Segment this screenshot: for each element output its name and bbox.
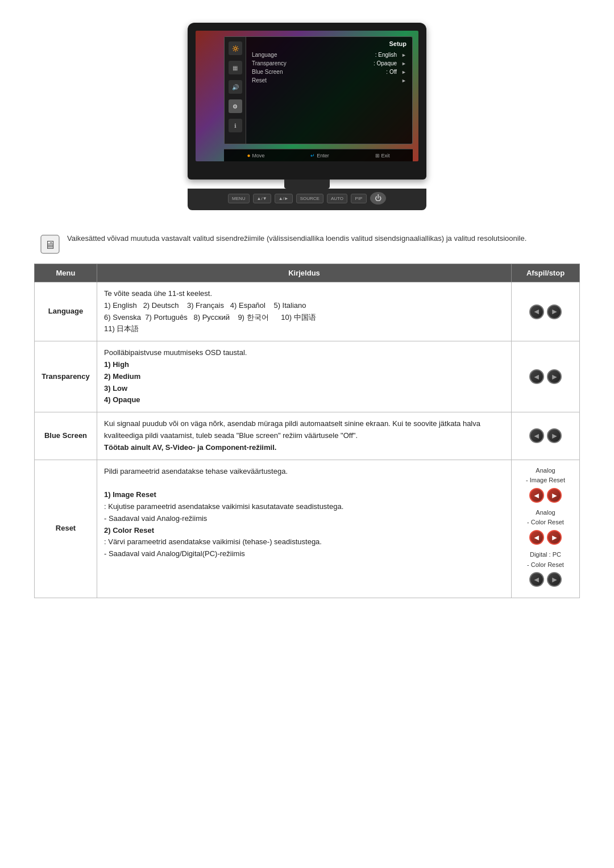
- desc-language-3: 11) 日本語: [104, 324, 139, 333]
- arrow-left-bluescreen: ◄: [529, 428, 544, 443]
- note-icon: 🖥: [40, 234, 60, 254]
- table-header-buttons: Afspil/stop: [512, 264, 580, 282]
- description-transparency: Poolläbipaistvuse muutmiseks OSD taustal…: [97, 341, 512, 412]
- front-btn-updown[interactable]: ▲/▼: [253, 194, 271, 203]
- menu-label-transparency: Transparency: [35, 341, 97, 412]
- osd-row-bluescreen: Blue Screen : Off ►: [252, 68, 406, 76]
- buttons-transparency: ◄ ►: [512, 341, 580, 412]
- arrow-right-bluescreen: ►: [547, 428, 562, 443]
- osd-enter-label: Enter: [317, 153, 329, 158]
- buttons-bluescreen: ◄ ►: [512, 412, 580, 460]
- monitor-stand-top: [284, 180, 330, 189]
- arrow-right-digital-color: ►: [547, 572, 562, 587]
- desc-reset-6: - Saadaval vaid Analog/Digital(PC)-režii…: [104, 549, 245, 558]
- osd-bottom-bar: ● Move ↵ Enter ⊞ Exit: [224, 149, 413, 161]
- desc-bluescreen-2: Töötab ainult AV, S-Video- ja Component-…: [104, 443, 276, 452]
- desc-language-2: 6) Svenska 7) Português 8) Русский 9) 한국…: [104, 313, 316, 322]
- osd-icon-display: ▦: [229, 61, 242, 74]
- btn-group-analog-color-reset: Analog- Color Reset ◄ ►: [518, 508, 572, 545]
- menu-label-bluescreen: Blue Screen: [35, 412, 97, 460]
- btn-group-digital-color-reset: Digital : PC- Color Reset ◄ ►: [518, 550, 572, 587]
- osd-label-transparency: Transparency: [252, 60, 374, 66]
- arrow-right-language: ►: [547, 304, 562, 319]
- front-btn-power[interactable]: ⏻: [370, 192, 386, 205]
- osd-exit-label: Exit: [381, 153, 390, 158]
- arrow-pair-bluescreen: ◄ ►: [518, 428, 572, 444]
- table-header-description: Kirjeldus: [97, 264, 512, 282]
- desc-reset-4: 2) Color Reset: [104, 526, 154, 535]
- menu-label-language: Language: [35, 282, 97, 341]
- arrow-left-analog-image: ◄: [529, 488, 544, 503]
- osd-arrow-reset: ►: [401, 78, 406, 84]
- osd-label-language: Language: [252, 52, 375, 58]
- front-btn-pip[interactable]: PIP: [351, 194, 367, 203]
- desc-language-intro: Te võite seada ühe 11-st keelest.: [104, 289, 212, 298]
- monitor-outer: 🔆 ▦ 🔊 ⚙ ℹ Setup Language : English ►: [188, 23, 426, 180]
- desc-bluescreen-1: Kui signaal puudub või on väga nõrk, ase…: [104, 419, 480, 440]
- front-btn-auto[interactable]: AUTO: [327, 194, 347, 203]
- osd-btn-move: ● Move: [247, 152, 264, 158]
- arrow-left-language: ◄: [529, 304, 544, 319]
- desc-reset-3: - Saadaval vaid Analog-režiimis: [104, 514, 207, 523]
- desc-transparency-2: 2) Medium: [104, 372, 140, 381]
- arrow-left-transparency: ◄: [529, 369, 544, 384]
- desc-transparency-intro: Poolläbipaistvuse muutmiseks OSD taustal…: [104, 348, 247, 357]
- osd-arrow-transparency: ►: [401, 61, 406, 66]
- desc-reset-2: : Kujutise parameetrid asendatakse vaiki…: [104, 502, 343, 511]
- description-reset: Pildi parameetrid asendatakse tehase vai…: [97, 460, 512, 598]
- btn-label-analog-image: Analog- Image Reset: [518, 466, 572, 486]
- arrow-right-analog-color: ►: [547, 530, 562, 545]
- arrow-right-transparency: ►: [547, 369, 562, 384]
- osd-menu: 🔆 ▦ 🔊 ⚙ ℹ Setup Language : English ►: [224, 36, 413, 144]
- table-row-transparency: Transparency Poolläbipaistvuse muutmisek…: [35, 341, 580, 412]
- osd-value-bluescreen: : Off: [386, 69, 397, 75]
- table-row-language: Language Te võite seada ühe 11-st keeles…: [35, 282, 580, 341]
- arrow-left-digital-color: ◄: [529, 572, 544, 587]
- arrow-pair-analog-color: ◄ ►: [518, 529, 572, 545]
- arrow-pair-digital-color: ◄ ►: [518, 571, 572, 587]
- desc-transparency-3: 3) Low: [104, 384, 127, 393]
- monitor-screen: 🔆 ▦ 🔊 ⚙ ℹ Setup Language : English ►: [196, 31, 418, 161]
- table-row-bluescreen: Blue Screen Kui signaal puudub või on vä…: [35, 412, 580, 460]
- osd-icons-panel: 🔆 ▦ 🔊 ⚙ ℹ: [225, 37, 246, 144]
- monitor-bezel-bottom: [196, 164, 418, 180]
- arrow-pair-language: ◄ ►: [518, 304, 572, 320]
- desc-transparency-4: 4) Opaque: [104, 395, 140, 404]
- osd-btn-enter: ↵ Enter: [310, 153, 329, 158]
- table-header-menu: Menu: [35, 264, 97, 282]
- arrow-pair-transparency: ◄ ►: [518, 369, 572, 385]
- note-section: 🖥 Vaikesätted võivad muutuda vastavalt v…: [34, 233, 580, 254]
- desc-transparency-1: 1) High: [104, 360, 129, 369]
- note-text: Vaikesätted võivad muutuda vastavalt val…: [67, 233, 526, 244]
- description-bluescreen: Kui signaal puudub või on väga nõrk, ase…: [97, 412, 512, 460]
- osd-exit-icon: ⊞: [375, 153, 380, 158]
- osd-icon-info: ℹ: [229, 119, 242, 132]
- description-language: Te võite seada ühe 11-st keelest. 1) Eng…: [97, 282, 512, 341]
- osd-move-icon: ●: [247, 152, 250, 158]
- desc-reset-5: : Värvi parameetrid asendatakse vaikimis…: [104, 537, 322, 546]
- table-row-reset: Reset Pildi parameetrid asendatakse teha…: [35, 460, 580, 598]
- arrow-left-analog-color: ◄: [529, 530, 544, 545]
- desc-reset-intro: Pildi parameetrid asendatakse tehase vai…: [104, 467, 288, 475]
- svg-text:🖥: 🖥: [44, 239, 56, 251]
- btn-label-digital-color: Digital : PC- Color Reset: [518, 550, 572, 570]
- buttons-language: ◄ ►: [512, 282, 580, 341]
- front-btn-leftright[interactable]: ▲/►: [275, 194, 293, 203]
- osd-icon-sound: 🔊: [229, 80, 242, 94]
- osd-enter-icon: ↵: [310, 153, 315, 158]
- osd-icon-setup: ⚙: [229, 99, 242, 113]
- info-table: Menu Kirjeldus Afspil/stop Language Te v…: [34, 264, 580, 598]
- btn-group-analog-image-reset: Analog- Image Reset ◄ ►: [518, 466, 572, 503]
- osd-row-transparency: Transparency : Opaque ►: [252, 59, 406, 68]
- front-btn-menu[interactable]: MENU: [228, 194, 250, 203]
- osd-move-label: Move: [252, 153, 264, 158]
- osd-label-reset: Reset: [252, 77, 397, 84]
- buttons-reset: Analog- Image Reset ◄ ► Analog- Color Re…: [512, 460, 580, 598]
- front-btn-source[interactable]: SOURCE: [296, 194, 323, 203]
- arrow-pair-analog-image: ◄ ►: [518, 487, 572, 503]
- osd-arrow-bluescreen: ►: [401, 69, 406, 75]
- osd-arrow-language: ►: [401, 52, 406, 58]
- osd-label-bluescreen: Blue Screen: [252, 69, 386, 75]
- monitor-display: 🔆 ▦ 🔊 ⚙ ℹ Setup Language : English ►: [34, 23, 580, 210]
- desc-language-1: 1) English 2) Deutsch 3) Français 4) Esp…: [104, 301, 306, 310]
